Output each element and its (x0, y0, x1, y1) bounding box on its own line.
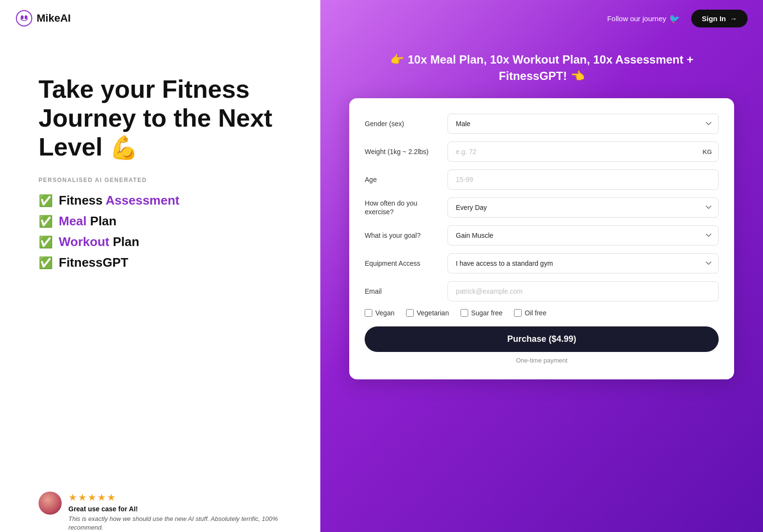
oil-free-checkbox[interactable] (514, 309, 522, 317)
age-field (447, 169, 719, 190)
feature-1-prefix: Fitness (59, 193, 105, 208)
gender-field: Male Female Other (447, 114, 719, 134)
review-section: ★★★★★ Great use case for AI! This is exa… (0, 492, 320, 532)
logo-text: MikeAI (37, 12, 71, 25)
sugar-free-label: Sugar free (471, 309, 502, 317)
svg-point-2 (25, 15, 27, 19)
email-field (447, 281, 719, 301)
signin-label: Sign In (702, 14, 726, 23)
checkbox-oil-free[interactable]: Oil free (514, 309, 546, 317)
hero-section: Take your Fitness Journey to the Next Le… (0, 37, 320, 492)
review-content: ★★★★★ Great use case for AI! This is exa… (68, 492, 282, 532)
follow-link[interactable]: Follow our journey 🐦 (607, 13, 680, 24)
weight-field: KG (447, 142, 719, 162)
weight-input[interactable] (447, 142, 719, 162)
svg-point-1 (21, 15, 24, 19)
exercise-freq-field: Every Day 3-4 times a week 1-2 times a w… (447, 197, 719, 218)
goal-field: Gain Muscle Lose Weight Maintain Weight … (447, 225, 719, 246)
left-nav: MikeAI (0, 0, 320, 37)
feature-item-meal: ✅ Meal Plan (39, 214, 291, 229)
hero-title: Take your Fitness Journey to the Next Le… (39, 75, 291, 161)
exercise-freq-label: How often do you exercise? (365, 199, 442, 216)
gender-select[interactable]: Male Female Other (447, 114, 719, 134)
vegan-label: Vegan (375, 309, 395, 317)
gender-row: Gender (sex) Male Female Other (365, 114, 719, 134)
personalised-label: PERSONALISED AI GENERATED (39, 177, 291, 183)
gender-label: Gender (sex) (365, 119, 442, 128)
feature-list: ✅ Fitness Assessment ✅ Meal Plan ✅ Worko… (39, 193, 291, 270)
svg-point-0 (16, 11, 32, 26)
right-panel: Follow our journey 🐦 Sign In → 👉 10x Mea… (320, 0, 763, 532)
payment-note: One-time payment (365, 357, 719, 364)
checkbox-vegan[interactable]: Vegan (365, 309, 395, 317)
oil-free-label: Oil free (525, 309, 546, 317)
purchase-button[interactable]: Purchase ($4.99) (365, 326, 719, 352)
vegan-checkbox[interactable] (365, 309, 372, 317)
goal-label: What is your goal? (365, 231, 442, 240)
logo: MikeAI (15, 10, 71, 27)
email-label: Email (365, 287, 442, 296)
email-input[interactable] (447, 281, 719, 301)
sugar-free-checkbox[interactable] (460, 309, 468, 317)
feature-item-workout: ✅ Workout Plan (39, 234, 291, 249)
equipment-row: Equipment Access I have access to a stan… (365, 253, 719, 273)
checkbox-sugar-free[interactable]: Sugar free (460, 309, 502, 317)
checkbox-vegetarian[interactable]: Vegetarian (406, 309, 449, 317)
left-panel: MikeAI Take your Fitness Journey to the … (0, 0, 320, 532)
feature-2-suffix: Plan (87, 214, 117, 228)
reviewer-avatar (39, 492, 62, 515)
age-row: Age (365, 169, 719, 190)
kg-unit-label: KG (702, 148, 712, 156)
review-title: Great use case for AI! (68, 505, 282, 513)
feature-item-assessment: ✅ Fitness Assessment (39, 193, 291, 208)
age-label: Age (365, 175, 442, 184)
signin-arrow: → (730, 14, 737, 23)
exercise-freq-row: How often do you exercise? Every Day 3-4… (365, 197, 719, 218)
equipment-field: I have access to a standard gym Home gym… (447, 253, 719, 273)
feature-3-highlight: Workout (59, 234, 109, 249)
vegetarian-checkbox[interactable] (406, 309, 414, 317)
twitter-icon: 🐦 (669, 13, 680, 24)
weight-label: Weight (1kg ~ 2.2lbs) (365, 147, 442, 156)
equipment-label: Equipment Access (365, 259, 442, 268)
email-row: Email (365, 281, 719, 301)
promo-text: 👉 10x Meal Plan, 10x Workout Plan, 10x A… (320, 37, 763, 98)
follow-text: Follow our journey (607, 14, 666, 23)
check-icon-1: ✅ (39, 194, 53, 208)
check-icon-3: ✅ (39, 235, 53, 249)
form-card: Gender (sex) Male Female Other Weight (1… (349, 98, 734, 379)
check-icon-2: ✅ (39, 215, 53, 228)
feature-4-prefix: FitnessGPT (59, 255, 128, 270)
signin-button[interactable]: Sign In → (691, 10, 748, 27)
hero-emoji: 💪 (109, 135, 138, 160)
feature-2-highlight: Meal (59, 214, 87, 228)
weight-row: Weight (1kg ~ 2.2lbs) KG (365, 142, 719, 162)
exercise-freq-select[interactable]: Every Day 3-4 times a week 1-2 times a w… (447, 197, 719, 218)
logo-icon (15, 10, 33, 27)
review-stars: ★★★★★ (68, 492, 282, 503)
dietary-checkboxes: Vegan Vegetarian Sugar free Oil free (365, 309, 719, 317)
equipment-select[interactable]: I have access to a standard gym Home gym… (447, 253, 719, 273)
check-icon-4: ✅ (39, 256, 53, 270)
vegetarian-label: Vegetarian (417, 309, 449, 317)
goal-row: What is your goal? Gain Muscle Lose Weig… (365, 225, 719, 246)
goal-select[interactable]: Gain Muscle Lose Weight Maintain Weight … (447, 225, 719, 246)
feature-item-fitnessgpt: ✅ FitnessGPT (39, 255, 291, 270)
age-input[interactable] (447, 169, 719, 190)
review-text: This is exactly how we should use the ne… (68, 515, 282, 532)
feature-3-suffix: Plan (109, 234, 139, 249)
feature-1-highlight: Assessment (105, 193, 179, 208)
right-header: Follow our journey 🐦 Sign In → (320, 0, 763, 37)
